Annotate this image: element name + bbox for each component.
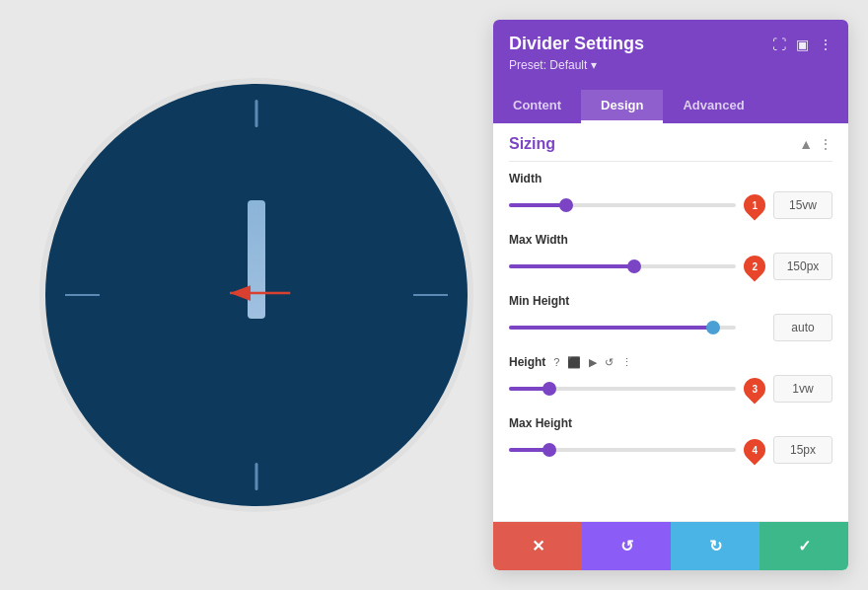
more-icon[interactable]: ⋮ [819, 37, 832, 52]
max-width-slider-row: 2 [509, 253, 832, 280]
min-height-slider-fill [509, 326, 713, 330]
width-badge-container: 1 [744, 194, 765, 216]
max-width-input[interactable] [773, 253, 832, 280]
redo-button[interactable]: ↻ [671, 522, 760, 570]
max-width-badge: 2 [739, 251, 769, 281]
tab-advanced[interactable]: Advanced [663, 90, 763, 123]
height-label-row: Height ? ⬛ ▶ ↺ ⋮ [509, 355, 832, 369]
max-height-slider-container[interactable] [509, 440, 736, 460]
max-width-slider-track [509, 264, 736, 268]
width-label: Width [509, 172, 832, 185]
height-slider-row: 3 [509, 375, 832, 403]
section-title: Sizing [509, 135, 555, 153]
section-more-icon[interactable]: ⋮ [819, 136, 832, 152]
clock-circle [39, 78, 473, 512]
arrow-indicator [223, 278, 292, 312]
height-setting: Height ? ⬛ ▶ ↺ ⋮ 3 [509, 355, 832, 403]
height-cursor-icon[interactable]: ▶ [589, 356, 597, 369]
max-height-slider-row: 4 [509, 436, 832, 464]
tab-design[interactable]: Design [581, 90, 663, 123]
tick-right [413, 294, 448, 296]
height-desktop-icon[interactable]: ⬛ [567, 356, 581, 369]
max-height-slider-track [509, 448, 736, 452]
max-height-badge: 4 [739, 434, 769, 465]
max-width-slider-fill [509, 264, 634, 268]
width-slider-track [509, 203, 736, 207]
main-container: Divider Settings ⛶ ▣ ⋮ Preset: Default ▾… [0, 0, 868, 590]
max-width-slider-container[interactable] [509, 257, 736, 276]
min-height-slider-row [509, 314, 832, 341]
cancel-button[interactable]: ✕ [493, 522, 582, 570]
min-height-slider-container[interactable] [509, 318, 736, 337]
max-width-slider-thumb[interactable] [627, 259, 641, 273]
panel-title: Divider Settings [509, 34, 644, 54]
settings-content: Sizing ▲ ⋮ Width [493, 123, 848, 521]
tab-content[interactable]: Content [493, 90, 581, 123]
max-width-label: Max Width [509, 233, 832, 247]
reset-button[interactable]: ↺ [582, 522, 671, 570]
header-icons: ⛶ ▣ ⋮ [772, 37, 832, 52]
tick-bottom [255, 463, 258, 490]
panel-preset[interactable]: Preset: Default ▾ [509, 58, 832, 72]
height-slider-thumb[interactable] [542, 382, 556, 396]
min-height-slider-thumb[interactable] [706, 321, 720, 334]
min-height-setting: Min Height [509, 294, 832, 341]
tick-left [65, 294, 100, 296]
max-height-badge-container: 4 [744, 439, 765, 461]
clock-preview-area [20, 20, 493, 570]
bottom-toolbar: ✕ ↺ ↻ ✓ [493, 521, 848, 570]
collapse-icon[interactable]: ▲ [799, 136, 813, 152]
height-slider-container[interactable] [509, 379, 736, 399]
width-slider-thumb[interactable] [559, 198, 573, 212]
height-label: Height [509, 355, 545, 369]
max-height-slider-thumb[interactable] [542, 443, 556, 457]
width-slider-container[interactable] [509, 195, 736, 215]
max-height-input[interactable] [773, 436, 832, 464]
width-slider-row: 1 [509, 191, 832, 219]
height-input[interactable] [773, 375, 832, 403]
height-badge-container: 3 [744, 378, 765, 400]
tick-top [255, 100, 258, 127]
max-height-label: Max Height [509, 416, 832, 430]
sizing-section-header: Sizing ▲ ⋮ [509, 123, 832, 162]
min-height-input[interactable] [773, 314, 832, 341]
width-slider-fill [509, 203, 566, 207]
settings-panel: Divider Settings ⛶ ▣ ⋮ Preset: Default ▾… [493, 20, 848, 570]
panel-header: Divider Settings ⛶ ▣ ⋮ Preset: Default ▾ [493, 20, 848, 90]
columns-icon[interactable]: ▣ [796, 37, 809, 52]
width-setting: Width 1 [509, 172, 832, 219]
height-help-icon[interactable]: ? [553, 356, 559, 368]
height-reset-icon[interactable]: ↺ [605, 356, 614, 369]
height-more-icon[interactable]: ⋮ [621, 356, 632, 369]
height-badge: 3 [739, 373, 769, 404]
height-slider-track [509, 387, 736, 391]
min-height-slider-track [509, 326, 736, 330]
max-width-setting: Max Width 2 [509, 233, 832, 280]
max-height-setting: Max Height 4 [509, 416, 832, 464]
tabs-bar: Content Design Advanced [493, 90, 848, 123]
width-input[interactable] [773, 191, 832, 219]
section-controls: ▲ ⋮ [799, 136, 832, 152]
fullscreen-icon[interactable]: ⛶ [772, 37, 786, 52]
max-width-badge-container: 2 [744, 256, 765, 277]
width-badge: 1 [739, 189, 769, 220]
save-button[interactable]: ✓ [760, 522, 848, 570]
min-height-label: Min Height [509, 294, 832, 308]
